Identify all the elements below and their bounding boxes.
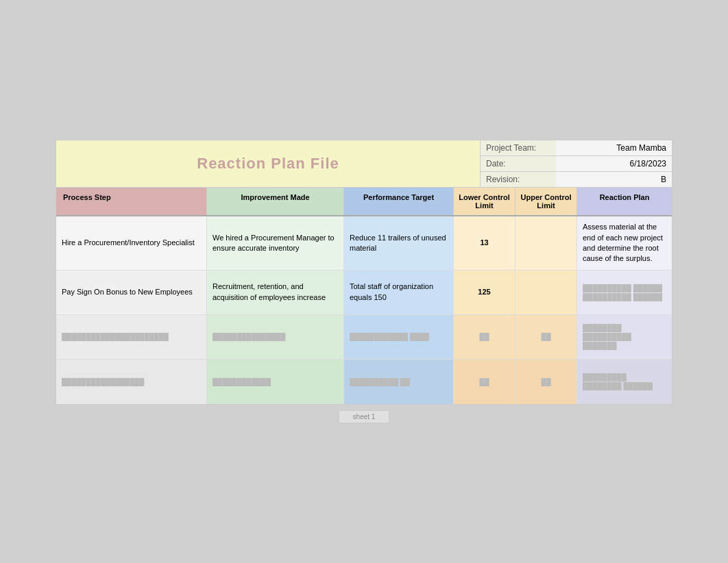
row2-reaction-plan: ██████████ ██████ ██████████ ██████ (577, 271, 672, 314)
meta-row-team: Project Team: Team Mamba (481, 140, 672, 156)
row3-performance-target: ████████████ ████ (344, 315, 454, 359)
table-container: Reaction Plan File Project Team: Team Ma… (56, 140, 672, 405)
row4-performance-target: ██████████ ██ (344, 360, 454, 404)
row3-upper-blurred: ██ (541, 332, 550, 341)
row4-performance-blurred: ██████████ ██ (350, 377, 410, 386)
row2-reaction-blurred: ██████████ ██████ ██████████ ██████ (583, 284, 666, 301)
row3-performance-blurred: ████████████ ████ (350, 332, 429, 341)
row3-process-blurred: ██████████████████████ (62, 332, 169, 341)
row2-improvement-made: Recruitment, retention, and acquisition … (207, 271, 344, 314)
col-header-reaction-plan: Reaction Plan (577, 188, 672, 215)
date-value: 6/18/2023 (556, 156, 672, 171)
row4-upper-control-limit: ██ (515, 360, 577, 404)
table-row: █████████████████ ████████████ █████████… (56, 360, 672, 404)
row4-lower-control-limit: ██ (454, 360, 515, 404)
revision-label: Revision: (481, 172, 556, 187)
meta-row-date: Date: 6/18/2023 (481, 156, 672, 172)
header-meta: Project Team: Team Mamba Date: 6/18/2023… (480, 140, 672, 187)
row3-upper-control-limit: ██ (515, 315, 577, 359)
row1-lower-control-limit: 13 (454, 216, 515, 270)
header-title-area: Reaction Plan File (56, 140, 480, 187)
project-team-label: Project Team: (481, 140, 556, 155)
col-header-improvement-made: Improvement Made (207, 188, 344, 215)
row3-improvement-made: ███████████████ (207, 315, 344, 359)
table-row: Pay Sign On Bonus to New Employees Recru… (56, 271, 672, 315)
row4-upper-blurred: ██ (541, 377, 550, 386)
header-section: Reaction Plan File Project Team: Team Ma… (56, 140, 672, 188)
col-header-process-step: Process Step (56, 188, 207, 215)
row3-process-step: ██████████████████████ (56, 315, 207, 359)
row4-process-step: █████████████████ (56, 360, 207, 404)
project-team-value: Team Mamba (556, 140, 672, 155)
revision-value: B (556, 172, 672, 187)
footer-note: sheet 1 (339, 410, 390, 423)
row4-lower-blurred: ██ (479, 377, 489, 386)
row1-reaction-plan: Assess material at the end of each new p… (577, 216, 672, 270)
row4-reaction-blurred: █████████ ████████ ██████ (583, 373, 666, 390)
data-rows: Hire a Procurement/Inventory Specialist … (56, 216, 672, 404)
row3-reaction-plan: ████████ ██████████ ███████ (577, 315, 672, 359)
row2-process-step: Pay Sign On Bonus to New Employees (56, 271, 207, 314)
column-headers: Process Step Improvement Made Performanc… (56, 188, 672, 216)
row4-improvement-made: ████████████ (207, 360, 344, 404)
row2-upper-control-limit (515, 271, 577, 314)
page-wrapper: Reaction Plan File Project Team: Team Ma… (0, 0, 728, 563)
row1-upper-control-limit (515, 216, 577, 270)
footer-sheet-label: sheet 1 (339, 410, 390, 423)
row4-reaction-plan: █████████ ████████ ██████ (577, 360, 672, 404)
table-row: Hire a Procurement/Inventory Specialist … (56, 216, 672, 271)
document-title: Reaction Plan File (197, 155, 339, 173)
row4-process-blurred: █████████████████ (62, 377, 144, 386)
row3-reaction-blurred: ████████ ██████████ ███████ (583, 323, 666, 350)
row2-performance-target: Total staff of organization equals 150 (344, 271, 454, 314)
row1-process-step: Hire a Procurement/Inventory Specialist (56, 216, 207, 270)
row2-lower-control-limit: 125 (454, 271, 515, 314)
row4-improvement-blurred: ████████████ (213, 377, 271, 386)
row1-performance-target: Reduce 11 trailers of unused material (344, 216, 454, 270)
date-label: Date: (481, 156, 556, 171)
col-header-performance-target: Performance Target (344, 188, 454, 215)
row3-lower-blurred: ██ (479, 332, 489, 341)
row3-lower-control-limit: ██ (454, 315, 515, 359)
table-row: ██████████████████████ ███████████████ █… (56, 315, 672, 360)
col-header-lower-control-limit: Lower Control Limit (454, 188, 515, 215)
meta-row-revision: Revision: B (481, 172, 672, 187)
row3-improvement-blurred: ███████████████ (213, 332, 285, 341)
row1-improvement-made: We hired a Procurement Manager to ensure… (207, 216, 344, 270)
col-header-upper-control-limit: Upper Control Limit (515, 188, 577, 215)
